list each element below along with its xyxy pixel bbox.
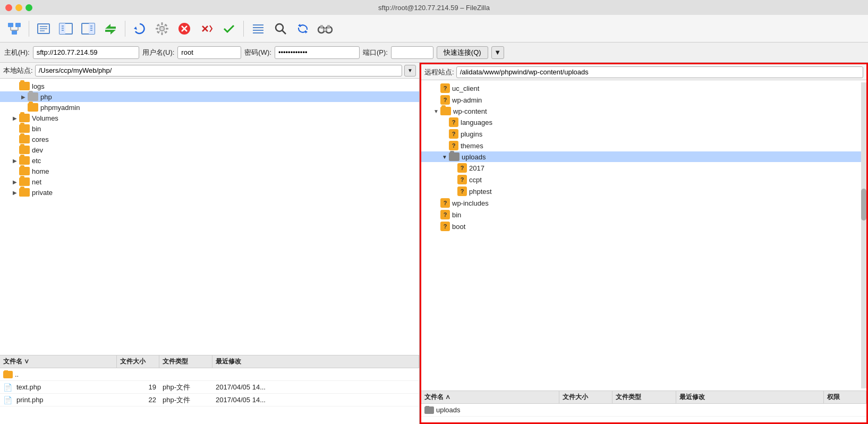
toggle-languages[interactable] xyxy=(440,118,449,126)
tree-item-ccpt[interactable]: ? ccpt xyxy=(421,174,861,185)
toggle-dev[interactable] xyxy=(11,146,19,154)
message-log-button[interactable] xyxy=(33,19,54,39)
file-cell-modified-textphp: 2017/04/05 14... xyxy=(212,383,419,391)
svg-rect-1 xyxy=(15,23,21,27)
cancel-button[interactable] xyxy=(174,19,194,39)
col-header-filename[interactable]: 文件名 ∨ xyxy=(0,355,117,368)
remote-file-row-uploads[interactable]: uploads xyxy=(421,404,866,417)
toggle-phpmyadmin[interactable] xyxy=(19,103,28,112)
tree-item-php[interactable]: ▶ php xyxy=(0,91,419,102)
remote-col-header-filetype[interactable]: 文件类型 xyxy=(612,391,676,403)
quickconnect-dropdown[interactable]: ▼ xyxy=(491,46,504,59)
toggle-logs[interactable] xyxy=(11,82,19,90)
maximize-button[interactable] xyxy=(25,4,32,11)
settings-button[interactable] xyxy=(152,19,172,39)
toggle-home[interactable] xyxy=(11,167,19,175)
tree-item-wp-includes[interactable]: ? wp-includes xyxy=(421,197,861,209)
tree-item-cores[interactable]: cores xyxy=(0,134,419,145)
tree-item-home[interactable]: home xyxy=(0,166,419,176)
toggle-remote-bin[interactable] xyxy=(432,210,440,219)
local-path-input[interactable] xyxy=(35,65,402,77)
tree-item-private[interactable]: ▶ private xyxy=(0,187,419,198)
toolbar-sep-3 xyxy=(243,21,244,37)
toggle-uploads[interactable]: ▼ xyxy=(440,152,449,161)
disconnect-cancel-button[interactable] xyxy=(197,19,217,39)
toggle-cores[interactable] xyxy=(11,135,19,143)
toggle-remote-boot[interactable] xyxy=(432,222,440,231)
local-dir-button[interactable] xyxy=(56,19,76,39)
connect-button[interactable] xyxy=(219,19,239,39)
remote-col-header-filename[interactable]: 文件名 ∧ xyxy=(421,391,559,403)
tree-item-languages[interactable]: ? languages xyxy=(421,116,861,128)
svg-rect-52 xyxy=(327,25,330,29)
queue-button[interactable] xyxy=(248,19,268,39)
tree-item-themes[interactable]: ? themes xyxy=(421,140,861,151)
tree-item-etc[interactable]: ▶ etc xyxy=(0,155,419,166)
tree-item-remote-bin[interactable]: ? bin xyxy=(421,209,861,221)
tree-item-net[interactable]: ▶ net xyxy=(0,176,419,187)
tree-item-2017[interactable]: ? 2017 xyxy=(421,162,861,174)
host-input[interactable] xyxy=(33,46,139,59)
tree-item-uc-client[interactable]: ? uc_client xyxy=(421,82,861,94)
toggle-ccpt[interactable] xyxy=(449,175,457,184)
tree-item-wp-content[interactable]: ▼ wp-content xyxy=(421,106,861,116)
remote-tree-scrollbar-thumb[interactable] xyxy=(861,189,866,221)
site-manager-button[interactable] xyxy=(4,19,24,39)
tree-item-plugins[interactable]: ? plugins xyxy=(421,128,861,140)
col-header-filesize[interactable]: 文件大小 xyxy=(117,355,159,368)
toggle-net[interactable]: ▶ xyxy=(11,177,19,186)
refresh-button[interactable] xyxy=(130,19,150,39)
toggle-2017[interactable] xyxy=(449,164,457,172)
tree-item-phpmyadmin[interactable]: phpmyadmin xyxy=(0,102,419,113)
tree-item-wp-admin[interactable]: ? wp-admin xyxy=(421,94,861,106)
user-input[interactable] xyxy=(177,46,241,59)
transfer-button[interactable] xyxy=(100,19,121,39)
toggle-volumes[interactable]: ▶ xyxy=(11,114,19,122)
quickconnect-button[interactable]: 快速连接(Q) xyxy=(437,46,488,59)
remote-dir-button[interactable] xyxy=(78,19,98,39)
toggle-bin[interactable] xyxy=(11,124,19,133)
toggle-private[interactable]: ▶ xyxy=(11,188,19,197)
tree-item-volumes[interactable]: ▶ Volumes xyxy=(0,113,419,123)
col-header-filetype[interactable]: 文件类型 xyxy=(159,355,212,368)
binoculars-button[interactable] xyxy=(315,19,335,39)
remote-path-input[interactable] xyxy=(456,66,863,78)
sync-button[interactable] xyxy=(293,19,313,39)
remote-col-header-filesize[interactable]: 文件大小 xyxy=(559,391,612,403)
toggle-etc[interactable]: ▶ xyxy=(11,156,19,165)
svg-rect-2 xyxy=(12,30,17,35)
tree-item-bin[interactable]: bin xyxy=(0,123,419,134)
toggle-wp-includes[interactable] xyxy=(432,199,440,207)
local-path-dropdown[interactable]: ▼ xyxy=(404,65,416,77)
password-input[interactable] xyxy=(275,46,360,59)
remote-col-header-perm[interactable]: 权限 xyxy=(824,391,866,403)
tree-item-phptest[interactable]: ? phptest xyxy=(421,185,861,197)
svg-rect-12 xyxy=(59,23,65,34)
svg-marker-46 xyxy=(298,24,301,27)
toggle-plugins[interactable] xyxy=(440,130,449,138)
close-button[interactable] xyxy=(5,4,12,11)
tree-item-uploads[interactable]: ▼ uploads xyxy=(421,151,861,162)
toggle-php[interactable]: ▶ xyxy=(19,92,28,101)
search-button[interactable] xyxy=(270,19,291,39)
col-header-modified[interactable]: 最近修改 xyxy=(212,355,419,368)
file-row-printphp[interactable]: 📄 print.php 22 php-文件 2017/04/05 14... xyxy=(0,394,419,406)
folder-icon-phpmyadmin xyxy=(28,103,38,112)
qmark-icon-uc-client: ? xyxy=(440,83,450,93)
minimize-button[interactable] xyxy=(15,4,22,11)
toggle-uc-client[interactable] xyxy=(432,84,440,92)
local-file-list-header: 文件名 ∨ 文件大小 文件类型 最近修改 xyxy=(0,355,419,368)
tree-item-logs[interactable]: logs xyxy=(0,81,419,91)
remote-col-header-modified[interactable]: 最近修改 xyxy=(676,391,824,403)
qmark-icon-plugins: ? xyxy=(449,129,458,139)
port-input[interactable] xyxy=(391,46,433,59)
toggle-themes[interactable] xyxy=(440,141,449,150)
file-row-textphp[interactable]: 📄 text.php 19 php-文件 2017/04/05 14... xyxy=(0,381,419,394)
toggle-phptest[interactable] xyxy=(449,187,457,196)
toggle-wp-admin[interactable] xyxy=(432,96,440,104)
remote-tree-scrollbar[interactable] xyxy=(861,82,866,388)
toggle-wp-content[interactable]: ▼ xyxy=(432,107,440,115)
tree-item-remote-boot[interactable]: ? boot xyxy=(421,221,861,232)
file-row-parent[interactable]: .. xyxy=(0,368,419,381)
tree-item-dev[interactable]: dev xyxy=(0,145,419,155)
